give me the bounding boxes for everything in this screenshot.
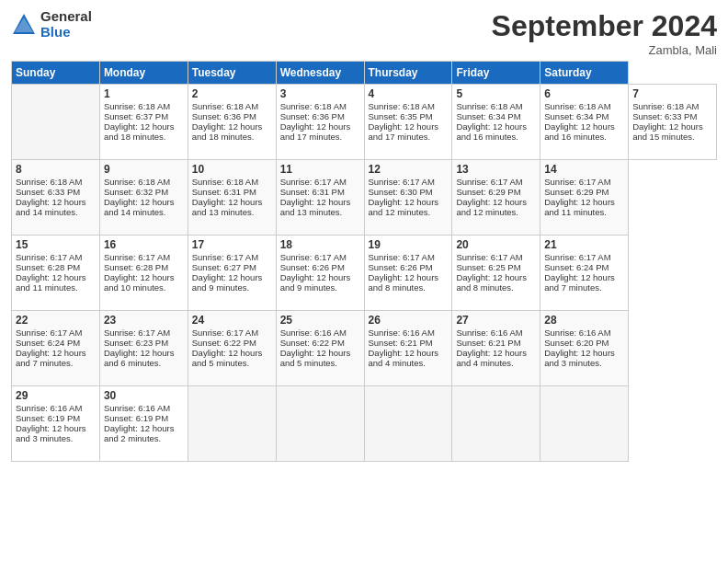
sunset: Sunset: 6:24 PM: [16, 338, 80, 348]
sunrise: Sunrise: 6:17 AM: [456, 177, 522, 187]
calendar-cell: 8Sunrise: 6:18 AMSunset: 6:33 PMDaylight…: [12, 160, 100, 236]
sunrise: Sunrise: 6:18 AM: [16, 177, 82, 187]
day-number: 26: [369, 314, 449, 327]
day-number: 18: [280, 238, 360, 251]
day-number: 6: [544, 87, 624, 100]
day-number: 21: [544, 238, 624, 251]
calendar-cell: [188, 386, 276, 462]
calendar-cell: 14Sunrise: 6:17 AMSunset: 6:29 PMDayligh…: [540, 160, 629, 236]
sunset: Sunset: 6:31 PM: [280, 187, 345, 197]
calendar-cell: [276, 386, 364, 462]
sunset: Sunset: 6:30 PM: [369, 187, 433, 197]
sunrise: Sunrise: 6:18 AM: [544, 101, 610, 111]
day-header-sunday: Sunday: [12, 62, 100, 85]
day-number: 5: [456, 87, 536, 100]
calendar-container: General Blue September 2024 Zambla, Mali…: [0, 0, 728, 469]
daylight: Daylight: 12 hours and 9 minutes.: [280, 272, 351, 293]
sunrise: Sunrise: 6:17 AM: [16, 327, 82, 338]
day-number: 9: [104, 163, 184, 176]
sunset: Sunset: 6:29 PM: [456, 187, 520, 197]
sunset: Sunset: 6:19 PM: [104, 413, 168, 423]
logo-blue: Blue: [40, 25, 92, 40]
sunrise: Sunrise: 6:18 AM: [456, 101, 522, 111]
sunrise: Sunrise: 6:16 AM: [16, 403, 82, 413]
calendar-cell: 17Sunrise: 6:17 AMSunset: 6:27 PMDayligh…: [188, 236, 276, 311]
svg-marker-1: [15, 17, 33, 32]
daylight: Daylight: 12 hours and 13 minutes.: [192, 197, 263, 217]
day-number: 19: [369, 238, 449, 251]
sunset: Sunset: 6:36 PM: [192, 111, 256, 121]
calendar-cell: 13Sunrise: 6:17 AMSunset: 6:29 PMDayligh…: [452, 160, 540, 236]
sunset: Sunset: 6:35 PM: [369, 111, 433, 121]
calendar-cell: 30Sunrise: 6:16 AMSunset: 6:19 PMDayligh…: [99, 386, 188, 462]
sunrise: Sunrise: 6:17 AM: [280, 252, 347, 262]
logo: General Blue: [11, 9, 92, 40]
sunset: Sunset: 6:22 PM: [192, 338, 256, 348]
day-number: 23: [104, 314, 184, 327]
calendar-cell: 5Sunrise: 6:18 AMSunset: 6:34 PMDaylight…: [452, 85, 540, 160]
calendar-cell: 21Sunrise: 6:17 AMSunset: 6:24 PMDayligh…: [540, 236, 629, 311]
daylight: Daylight: 12 hours and 4 minutes.: [369, 348, 439, 368]
day-number: 16: [104, 238, 184, 251]
sunset: Sunset: 6:26 PM: [280, 262, 345, 272]
day-number: 24: [192, 314, 272, 327]
sunset: Sunset: 6:21 PM: [369, 338, 433, 348]
daylight: Daylight: 12 hours and 10 minutes.: [104, 272, 175, 293]
calendar-cell: 28Sunrise: 6:16 AMSunset: 6:20 PMDayligh…: [540, 311, 629, 386]
daylight: Daylight: 12 hours and 7 minutes.: [544, 272, 615, 293]
daylight: Daylight: 12 hours and 8 minutes.: [369, 272, 439, 293]
calendar-cell: 26Sunrise: 6:16 AMSunset: 6:21 PMDayligh…: [364, 311, 452, 386]
sunrise: Sunrise: 6:18 AM: [192, 101, 258, 111]
sunset: Sunset: 6:31 PM: [192, 187, 256, 197]
day-number: 7: [632, 87, 712, 100]
sunset: Sunset: 6:36 PM: [280, 111, 345, 121]
daylight: Daylight: 12 hours and 5 minutes.: [192, 348, 263, 368]
calendar-cell: 12Sunrise: 6:17 AMSunset: 6:30 PMDayligh…: [364, 160, 452, 236]
subtitle: Zambla, Mali: [492, 43, 717, 57]
calendar-cell: 25Sunrise: 6:16 AMSunset: 6:22 PMDayligh…: [276, 311, 364, 386]
day-header-tuesday: Tuesday: [188, 62, 276, 85]
logo-text: General Blue: [40, 9, 92, 40]
sunrise: Sunrise: 6:16 AM: [456, 327, 522, 338]
sunrise: Sunrise: 6:18 AM: [104, 101, 170, 111]
sunrise: Sunrise: 6:18 AM: [369, 101, 435, 111]
day-number: 13: [456, 163, 536, 176]
sunrise: Sunrise: 6:18 AM: [632, 101, 699, 111]
sunrise: Sunrise: 6:18 AM: [192, 177, 258, 187]
logo-icon: [11, 12, 37, 38]
daylight: Daylight: 12 hours and 11 minutes.: [16, 272, 86, 293]
sunrise: Sunrise: 6:17 AM: [456, 252, 522, 262]
calendar-cell: 20Sunrise: 6:17 AMSunset: 6:25 PMDayligh…: [452, 236, 540, 311]
header: General Blue September 2024 Zambla, Mali: [11, 9, 717, 57]
calendar-cell: 19Sunrise: 6:17 AMSunset: 6:26 PMDayligh…: [364, 236, 452, 311]
daylight: Daylight: 12 hours and 16 minutes.: [456, 121, 527, 142]
daylight: Daylight: 12 hours and 12 minutes.: [456, 197, 527, 217]
sunset: Sunset: 6:28 PM: [16, 262, 80, 272]
day-number: 11: [280, 163, 360, 176]
calendar-cell: [452, 386, 540, 462]
daylight: Daylight: 12 hours and 17 minutes.: [369, 121, 439, 142]
day-header-saturday: Saturday: [540, 62, 629, 85]
sunrise: Sunrise: 6:16 AM: [544, 327, 610, 338]
sunset: Sunset: 6:33 PM: [16, 187, 80, 197]
calendar-cell: [540, 386, 629, 462]
calendar-cell: [364, 386, 452, 462]
day-number: 14: [544, 163, 624, 176]
calendar-cell: 3Sunrise: 6:18 AMSunset: 6:36 PMDaylight…: [276, 85, 364, 160]
day-number: 2: [192, 87, 272, 100]
calendar-cell: 29Sunrise: 6:16 AMSunset: 6:19 PMDayligh…: [12, 386, 100, 462]
calendar-table: SundayMondayTuesdayWednesdayThursdayFrid…: [11, 61, 717, 462]
day-number: 20: [456, 238, 536, 251]
daylight: Daylight: 12 hours and 4 minutes.: [456, 348, 527, 368]
daylight: Daylight: 12 hours and 12 minutes.: [369, 197, 439, 217]
sunset: Sunset: 6:32 PM: [104, 187, 168, 197]
calendar-cell: [12, 85, 100, 160]
sunset: Sunset: 6:28 PM: [104, 262, 168, 272]
calendar-cell: 24Sunrise: 6:17 AMSunset: 6:22 PMDayligh…: [188, 311, 276, 386]
daylight: Daylight: 12 hours and 18 minutes.: [104, 121, 175, 142]
sunrise: Sunrise: 6:17 AM: [192, 252, 258, 262]
sunrise: Sunrise: 6:18 AM: [104, 177, 170, 187]
sunset: Sunset: 6:23 PM: [104, 338, 168, 348]
sunrise: Sunrise: 6:17 AM: [544, 252, 610, 262]
day-number: 28: [544, 314, 624, 327]
